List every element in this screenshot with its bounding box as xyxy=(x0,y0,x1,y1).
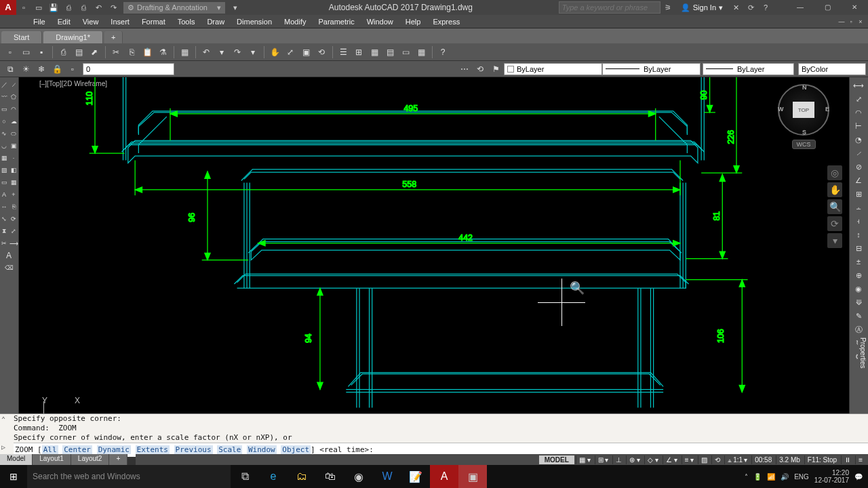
trim-icon[interactable]: ✂ xyxy=(0,237,9,249)
window-minimize-button[interactable]: — xyxy=(787,0,814,15)
tray-wifi-icon[interactable]: 📶 xyxy=(767,473,775,481)
menu-tools[interactable]: Tools xyxy=(172,16,201,27)
lineweight-dropdown[interactable]: ByLayer xyxy=(703,63,794,75)
status-ortho-icon[interactable]: ⊥ xyxy=(612,455,625,464)
dim-diameter-icon[interactable]: ⊘ xyxy=(851,160,866,174)
publish-icon[interactable]: ⬈ xyxy=(87,45,102,60)
move-icon[interactable]: ↔ xyxy=(0,201,9,213)
dim-ordinate-icon[interactable]: ⊢ xyxy=(851,119,866,133)
nav-orbit-icon[interactable]: ⟳ xyxy=(827,216,842,231)
inspection-icon[interactable]: ◉ xyxy=(851,282,866,296)
command-window[interactable]: ⌃ ▷ Specify opposite corner: Command: ZO… xyxy=(0,413,868,454)
sign-in-button[interactable]: 👤 Sign In ▾ xyxy=(681,3,723,12)
tab-add-layout[interactable]: + xyxy=(109,454,127,465)
qat-redo-icon[interactable]: ↷ xyxy=(106,0,121,15)
dim-radius-icon[interactable]: ◔ xyxy=(851,133,866,146)
tray-date[interactable]: 12-07-2017 xyxy=(814,476,849,484)
tab-start[interactable]: Start xyxy=(1,31,42,43)
redo-dd-icon[interactable]: ▾ xyxy=(245,45,260,60)
nav-showmotion-icon[interactable]: ▾ xyxy=(827,233,842,248)
ellipse-icon[interactable]: ⬭ xyxy=(9,127,18,140)
layer-prop-mgr-icon[interactable]: ⧉ xyxy=(3,62,18,77)
zoom-rt-icon[interactable]: ⤢ xyxy=(283,45,298,60)
hatch-icon[interactable]: ▨ xyxy=(0,164,9,176)
workspace-dropdown[interactable]: ⚙ Drafting & Annotation ▾ xyxy=(123,2,225,14)
dim-break-icon[interactable]: ⊟ xyxy=(851,241,866,255)
scale-icon[interactable]: ⤢ xyxy=(9,225,18,237)
extend-icon[interactable]: ⟶ xyxy=(9,237,18,249)
doc-close-icon[interactable]: × xyxy=(856,18,865,25)
dim-angular-icon[interactable]: ∠ xyxy=(851,174,866,187)
circle-icon[interactable]: ○ xyxy=(0,115,9,127)
properties-palette-tab[interactable]: Properties xyxy=(858,335,868,371)
wcs-badge[interactable]: WCS xyxy=(792,140,816,149)
menu-window[interactable]: Window xyxy=(361,16,399,27)
rectangle-icon[interactable]: ▭ xyxy=(0,103,9,115)
layer-dropdown[interactable]: 0 xyxy=(83,63,174,75)
ellipse-arc-icon[interactable]: ◡ xyxy=(0,140,9,152)
menu-draw[interactable]: Draw xyxy=(201,16,231,27)
revcloud-icon[interactable]: ☁ xyxy=(9,115,18,127)
tray-battery-icon[interactable]: 🔋 xyxy=(753,473,762,481)
exchange-icon[interactable]: ✕ xyxy=(728,0,743,15)
polyline-icon[interactable]: 〰 xyxy=(0,91,9,103)
help-tb-icon[interactable]: ? xyxy=(435,45,450,60)
qat-print-icon[interactable]: ⎙ xyxy=(76,0,91,15)
window-close-button[interactable]: ✕ xyxy=(841,0,868,15)
status-otrack-icon[interactable]: ∠ ▾ xyxy=(663,455,680,464)
autodesk-account-icon[interactable]: ⚞ xyxy=(660,0,675,15)
layer-freeze-icon[interactable]: ❄ xyxy=(34,62,49,77)
menu-insert[interactable]: Insert xyxy=(104,16,136,27)
polygon-icon[interactable]: ⬠ xyxy=(9,91,18,103)
notes-icon[interactable]: 📝 xyxy=(401,465,430,488)
plotstyle-dropdown[interactable]: ByColor xyxy=(798,63,866,75)
qat-new-icon[interactable]: ▫ xyxy=(16,0,31,15)
jogged-linear-icon[interactable]: ⟱ xyxy=(851,296,866,309)
spline-icon[interactable]: ∿ xyxy=(0,127,9,140)
tolerance-icon[interactable]: ± xyxy=(851,255,866,268)
properties-icon[interactable]: ☰ xyxy=(336,45,351,60)
store-icon[interactable]: 🛍 xyxy=(316,465,344,488)
system-tray[interactable]: ˄ 🔋 📶 🔊 ENG 12:20 12-07-2017 💬 xyxy=(745,469,868,484)
copy-icon[interactable]: ⎘ xyxy=(124,45,139,60)
layer-prev-icon[interactable]: ⟲ xyxy=(473,62,488,77)
menu-format[interactable]: Format xyxy=(136,16,172,27)
qat-saveas-icon[interactable]: ⎙ xyxy=(61,0,76,15)
pan-icon[interactable]: ✋ xyxy=(267,45,282,60)
layer-lock-icon[interactable]: 🔒 xyxy=(50,62,64,77)
status-customize-icon[interactable]: ≡ xyxy=(855,455,865,464)
qat-open-icon[interactable]: ▭ xyxy=(31,0,46,15)
tray-notifications-icon[interactable]: 💬 xyxy=(854,473,863,481)
dim-edit-icon[interactable]: ✎ xyxy=(851,309,866,323)
menu-express[interactable]: Express xyxy=(427,16,466,27)
dim-arc-icon[interactable]: ◠ xyxy=(851,106,866,119)
status-grid-icon[interactable]: ▦ ▾ xyxy=(576,455,593,464)
layer-on-icon[interactable]: ☀ xyxy=(18,62,33,77)
open-icon[interactable]: ▭ xyxy=(18,45,33,60)
cmd-opt-all[interactable]: All xyxy=(42,445,58,454)
dim-aligned-icon[interactable]: ⤢ xyxy=(851,92,866,106)
zoom-prev-icon[interactable]: ⟲ xyxy=(314,45,329,60)
dim-tedit-icon[interactable]: Ⓐ xyxy=(851,323,866,336)
erase-icon[interactable]: ⌫ xyxy=(5,262,14,274)
dim-linear-icon[interactable]: ⟷ xyxy=(851,79,866,92)
tab-layout2[interactable]: Layout2 xyxy=(71,454,110,465)
undo-dd-icon[interactable]: ▾ xyxy=(214,45,229,60)
sheetset-icon[interactable]: ▤ xyxy=(382,45,397,60)
status-lwt-icon[interactable]: ≡ ▾ xyxy=(682,455,697,464)
tray-lang[interactable]: ENG xyxy=(794,473,809,481)
text-big-icon[interactable]: A xyxy=(0,249,18,262)
tab-model[interactable]: Model xyxy=(0,454,33,465)
status-polar-icon[interactable]: ⊛ ▾ xyxy=(626,455,643,464)
doc-minimize-icon[interactable]: — xyxy=(837,18,846,25)
word-icon[interactable]: W xyxy=(373,465,401,488)
cmd-opt-center[interactable]: Center xyxy=(62,445,92,454)
tab-new-button[interactable]: + xyxy=(104,31,123,43)
construction-line-icon[interactable]: ⟋ xyxy=(9,79,18,91)
layer-state-icon[interactable]: ⚑ xyxy=(488,62,503,77)
dim-quick-icon[interactable]: ⊞ xyxy=(851,187,866,201)
status-rec-stop[interactable]: F11: Stop xyxy=(804,455,840,464)
windows-search-input[interactable]: Search the web and Windows xyxy=(27,465,231,488)
status-pause-icon[interactable]: ⏸ xyxy=(841,455,854,464)
redo-icon[interactable]: ↷ xyxy=(230,45,245,60)
